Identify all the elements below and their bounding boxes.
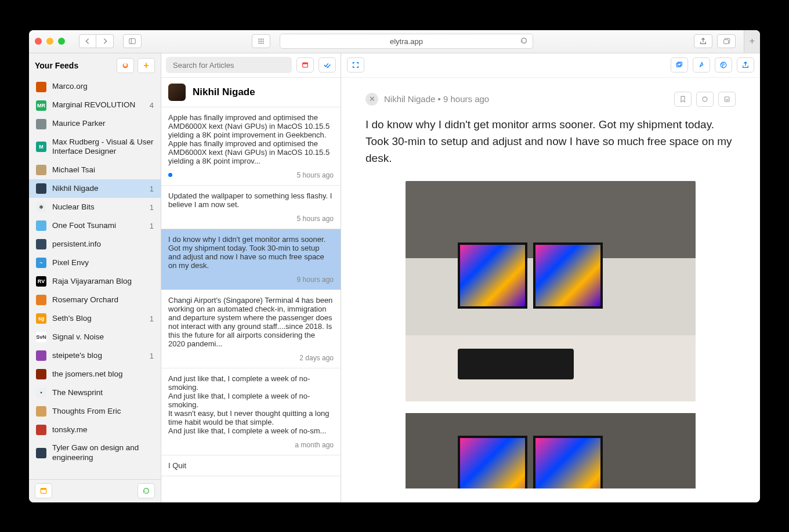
- sidebar-item-feed[interactable]: the jsomers.net blog: [29, 365, 161, 383]
- sidebar-item-feed[interactable]: Marco.org: [29, 78, 161, 96]
- sidebar-item-feed[interactable]: steipete's blog1: [29, 346, 161, 365]
- feed-name: Thoughts From Eric: [52, 407, 154, 417]
- sidebar-item-feed[interactable]: ~Pixel Envy: [29, 254, 161, 272]
- close-article-icon[interactable]: ✕: [365, 93, 378, 106]
- apps-grid-button[interactable]: [252, 34, 270, 48]
- feed-name: Pixel Envy: [52, 258, 154, 268]
- unread-toggle-button[interactable]: [696, 92, 714, 107]
- share-button[interactable]: [694, 34, 712, 48]
- feed-name: Rosemary Orchard: [52, 295, 154, 305]
- appearance-button[interactable]: [693, 57, 710, 73]
- forward-button[interactable]: [96, 34, 114, 48]
- sidebar-toggle[interactable]: [123, 34, 142, 48]
- feed-name: Tyler Gaw on design and engineering: [52, 443, 154, 463]
- address-bar[interactable]: elytra.app: [280, 34, 533, 49]
- microblog-button[interactable]: M: [718, 92, 736, 107]
- feed-favicon: [36, 295, 46, 305]
- feed-favicon: [36, 406, 46, 417]
- search-input[interactable]: [166, 57, 292, 73]
- article-excerpt: I do know why I didn't get monitor arms …: [168, 235, 334, 270]
- sidebar-item-feed[interactable]: Michael Tsai: [29, 161, 161, 179]
- minimize-window[interactable]: [46, 38, 53, 45]
- feed-favicon: [36, 119, 46, 129]
- feed-name: the jsomers.net blog: [52, 370, 154, 379]
- tabs-button[interactable]: [717, 34, 736, 48]
- sidebar-item-feed[interactable]: Nikhil Nigade1: [29, 179, 161, 198]
- fullscreen-button[interactable]: [347, 57, 364, 73]
- feed-favicon: •: [36, 388, 46, 398]
- reload-icon[interactable]: [520, 37, 528, 46]
- gallery-button[interactable]: [671, 57, 688, 73]
- feed-avatar: [168, 84, 186, 101]
- reader-pane: ✕ Nikhil Nigade • 9 hours ago M: [341, 53, 760, 502]
- unread-badge: 4: [150, 101, 154, 110]
- article-list-item[interactable]: I do know why I didn't get monitor arms …: [161, 229, 341, 290]
- sidebar-item-feed[interactable]: ⚛Nuclear Bits1: [29, 198, 161, 216]
- article-timestamp: 5 hours ago: [168, 171, 334, 179]
- svg-rect-13: [41, 488, 46, 490]
- svg-rect-16: [676, 63, 681, 67]
- share-article-button[interactable]: [737, 57, 754, 73]
- article-byline: Nikhil Nigade • 9 hours ago: [384, 94, 489, 104]
- hot-feeds-button[interactable]: [117, 58, 134, 73]
- sidebar-item-feed[interactable]: Rosemary Orchard: [29, 291, 161, 309]
- article-list-item[interactable]: And just like that, I complete a week of…: [161, 368, 341, 455]
- sidebar-item-feed[interactable]: tonsky.me: [29, 421, 161, 439]
- article-list-item[interactable]: Apple has finally improved and optimised…: [161, 107, 341, 186]
- unread-badge: 1: [150, 184, 154, 193]
- article-timestamp: 9 hours ago: [168, 276, 334, 284]
- feed-favicon: [36, 350, 46, 361]
- feed-header: Nikhil Nigade: [161, 78, 341, 107]
- article-list-item[interactable]: Changi Airport's (Singapore) Terminal 4 …: [161, 290, 341, 368]
- feed-favicon: ⚛: [36, 202, 46, 212]
- sidebar-item-feed[interactable]: SvNSignal v. Noise: [29, 328, 161, 346]
- sidebar-item-feed[interactable]: Thoughts From Eric: [29, 402, 161, 421]
- article-body: I do know why I didn't get monitor arms …: [365, 116, 736, 167]
- feed-favicon: MR: [36, 100, 46, 111]
- feed-name: Seth's Blog: [52, 314, 144, 324]
- sidebar-item-feed[interactable]: MRMarginal REVOLUTION4: [29, 96, 161, 115]
- sort-button[interactable]: [296, 57, 314, 73]
- feed-favicon: [36, 369, 46, 379]
- mark-all-read-button[interactable]: [319, 57, 336, 73]
- feed-favicon: RV: [36, 276, 46, 287]
- feeds-sidebar: Your Feeds + Marco.orgMRMarginal REVOLUT…: [29, 53, 161, 502]
- feed-name: The Newsprint: [52, 388, 154, 398]
- unread-badge: 1: [150, 203, 154, 212]
- bookmark-button[interactable]: [674, 92, 692, 107]
- sidebar-item-feed[interactable]: One Foot Tsunami1: [29, 216, 161, 235]
- sidebar-item-feed[interactable]: RVRaja Vijayaraman Blog: [29, 272, 161, 291]
- feed-name: tonsky.me: [52, 425, 154, 435]
- sidebar-item-feed[interactable]: persistent.info: [29, 235, 161, 254]
- svg-point-19: [703, 97, 707, 102]
- refresh-feeds-button[interactable]: [137, 483, 155, 498]
- svg-point-10: [262, 42, 263, 44]
- feed-name: Raja Vijayaraman Blog: [52, 277, 154, 287]
- article-list-item[interactable]: Updated the wallpaper to something less …: [161, 186, 341, 229]
- article-list-item[interactable]: I Quit: [161, 455, 341, 476]
- sidebar-item-feed[interactable]: •The Newsprint: [29, 383, 161, 402]
- svg-text:M: M: [725, 97, 728, 101]
- close-window[interactable]: [35, 38, 42, 45]
- sidebar-item-feed[interactable]: Tyler Gaw on design and engineering: [29, 439, 161, 467]
- back-button[interactable]: [79, 34, 96, 48]
- svg-point-2: [258, 38, 259, 39]
- feed-name: Signal v. Noise: [52, 332, 154, 342]
- add-feed-button[interactable]: +: [137, 58, 155, 73]
- sidebar-item-feed[interactable]: Maurice Parker: [29, 115, 161, 133]
- feed-favicon: [36, 82, 46, 92]
- feed-name: Nikhil Nigade: [52, 184, 144, 194]
- feed-name: steipete's blog: [52, 351, 144, 361]
- maximize-window[interactable]: [58, 38, 65, 45]
- open-browser-button[interactable]: [715, 57, 732, 73]
- sidebar-item-feed[interactable]: sgSeth's Blog1: [29, 309, 161, 328]
- sidebar-item-feed[interactable]: MMax Rudberg - Visual & User Interface D…: [29, 133, 161, 161]
- new-tab-button[interactable]: +: [744, 30, 760, 53]
- sidebar-title: Your Feeds: [35, 61, 113, 70]
- feed-name: Marco.org: [52, 82, 154, 92]
- article-image-2: [406, 413, 696, 488]
- feed-favicon: [36, 220, 46, 231]
- article-image-1: [406, 181, 696, 401]
- article-excerpt: Apple has finally improved and optimised…: [168, 113, 334, 165]
- today-button[interactable]: [35, 483, 52, 498]
